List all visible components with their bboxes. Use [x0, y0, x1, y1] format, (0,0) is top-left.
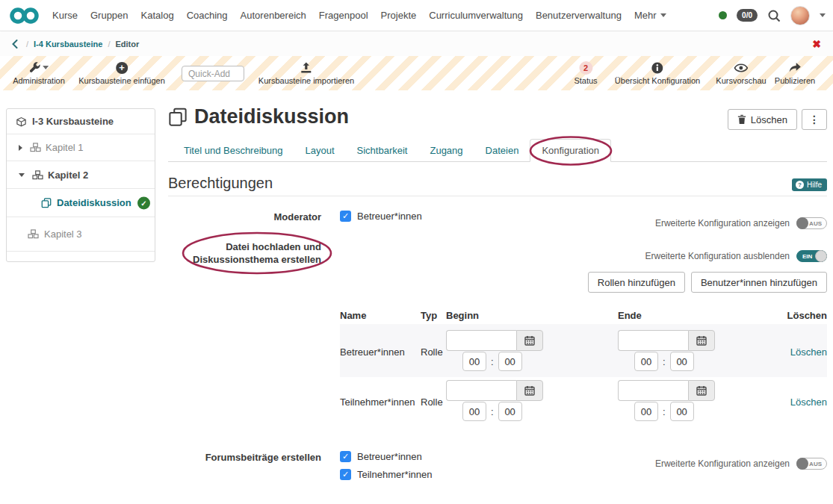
row2-end-date-group	[618, 380, 715, 401]
nav-curriculumverwaltung[interactable]: Curriculumverwaltung	[429, 10, 523, 21]
main-menu: Kurse Gruppen Katalog Coaching Autorenbe…	[52, 10, 666, 21]
row2-begin-date-input[interactable]	[446, 380, 516, 401]
trash-icon	[737, 114, 746, 125]
tab-titel-und-beschreibung[interactable]: Titel und Beschreibung	[173, 140, 294, 161]
cube-icon	[16, 116, 27, 127]
toggle-off[interactable]: AUS	[796, 217, 827, 229]
calendar-icon[interactable]	[688, 330, 715, 351]
checkbox-checked-icon[interactable]: ✓	[340, 211, 351, 222]
row2-end-date-input[interactable]	[618, 380, 688, 401]
checkbox-label: Teilnehmer*innen	[357, 469, 432, 480]
toggle-on[interactable]: EIN	[796, 250, 827, 262]
tree-root-kursbausteine[interactable]: I-3 Kursbausteine	[7, 109, 155, 134]
search-icon[interactable]	[767, 9, 781, 22]
insert-course-element-button[interactable]: + Kursbausteine einfügen	[78, 61, 165, 85]
nav-coaching[interactable]: Coaching	[187, 10, 228, 21]
row2-begin-minute-input[interactable]	[498, 402, 522, 421]
caret-down-icon[interactable]	[19, 173, 25, 177]
delete-element-button[interactable]: Löschen	[728, 109, 797, 130]
row2-type: Rolle	[421, 396, 443, 408]
nav-fragenpool[interactable]: Fragenpool	[319, 10, 368, 21]
tree-item-kapitel2[interactable]: Kapitel 2	[7, 161, 155, 189]
row1-name: Betreuer*innen	[340, 346, 405, 358]
caret-right-icon[interactable]	[19, 145, 22, 151]
tab-dateien[interactable]: Dateien	[474, 140, 530, 161]
insert-label: Kursbausteine einfügen	[78, 76, 165, 85]
help-button[interactable]: ? Hilfe	[792, 178, 827, 191]
breadcrumb-editor[interactable]: Editor	[115, 40, 139, 49]
calendar-icon[interactable]	[688, 380, 715, 401]
tree-item-kapitel3[interactable]: Kapitel 3	[7, 217, 155, 252]
nav-gruppen[interactable]: Gruppen	[90, 10, 128, 21]
time-separator: :	[491, 356, 494, 367]
time-separator: :	[663, 356, 666, 367]
row1-begin-minute-input[interactable]	[498, 352, 522, 371]
section-title: Berechtigungen	[168, 175, 273, 192]
breadcrumb: / I-4 Kursbausteine / Editor ✖	[0, 31, 833, 56]
editor-toolbar: Administration + Kursbausteine einfügen …	[0, 56, 833, 90]
row1-end-hour-input[interactable]	[634, 352, 658, 371]
course-element-tree: I-3 Kursbausteine Kapitel 1 Kapitel 2 Da…	[6, 108, 155, 262]
nav-katalog[interactable]: Katalog	[141, 10, 174, 21]
table-row	[340, 324, 827, 377]
back-chevron-icon[interactable]	[12, 40, 18, 49]
moderator-betreuer-checkbox-row: ✓ Betreuer*innen	[340, 211, 422, 222]
add-buttons-row: Rollen hinzufügen Benutzer*innen hinzufü…	[588, 272, 827, 293]
overview-configuration-button[interactable]: Übersicht Konfiguration	[615, 61, 700, 85]
nav-kurse[interactable]: Kurse	[52, 10, 78, 21]
row2-end-minute-input[interactable]	[670, 402, 694, 421]
checkbox-checked-icon[interactable]: ✓	[340, 469, 351, 480]
forum-betreuer-checkbox-row: ✓ Betreuer*innen	[340, 451, 422, 462]
row2-delete-link[interactable]: Löschen	[790, 396, 827, 408]
openolat-logo-icon[interactable]	[9, 6, 40, 25]
calendar-icon[interactable]	[516, 330, 543, 351]
more-actions-kebab-button[interactable]: ⋮	[802, 109, 827, 130]
nav-autorenbereich[interactable]: Autorenbereich	[241, 10, 306, 21]
user-avatar[interactable]	[790, 6, 810, 25]
nav-mehr-dropdown[interactable]: Mehr	[634, 10, 666, 21]
forum-teilnehmer-checkbox-row: ✓ Teilnehmer*innen	[340, 469, 432, 480]
file-discussion-icon	[168, 108, 188, 127]
close-icon[interactable]: ✖	[812, 39, 821, 49]
status-button[interactable]: 2 Status	[574, 61, 597, 85]
breadcrumb-course-link[interactable]: I-4 Kursbausteine	[34, 40, 102, 49]
advanced-config-show-label: Erweiterte Konfiguration anzeigen	[655, 218, 790, 228]
col-header-beginn: Beginn	[446, 310, 479, 321]
user-menu-chevron-icon[interactable]	[820, 13, 826, 17]
col-header-ende: Ende	[618, 310, 642, 321]
tab-label: Konfiguration	[542, 145, 599, 156]
advanced-config-show-label: Erweiterte Konfiguration anzeigen	[655, 458, 790, 469]
assessment-counter-badge[interactable]: 0/0	[737, 9, 758, 22]
row2-end-hour-input[interactable]	[634, 402, 658, 421]
tab-sichtbarkeit[interactable]: Sichtbarkeit	[346, 140, 419, 161]
info-icon	[651, 62, 663, 74]
tree-item-dateidiskussion-selected[interactable]: Dateidiskussion ✓	[7, 189, 155, 217]
nav-projekte[interactable]: Projekte	[381, 10, 417, 21]
toggle-off[interactable]: AUS	[796, 458, 827, 470]
quick-add-input[interactable]	[182, 66, 244, 81]
add-roles-button[interactable]: Rollen hinzufügen	[588, 272, 685, 293]
row1-end-minute-input[interactable]	[670, 352, 694, 371]
row1-delete-link[interactable]: Löschen	[790, 346, 827, 358]
tab-layout[interactable]: Layout	[294, 140, 346, 161]
time-separator: :	[491, 406, 494, 417]
course-preview-button[interactable]: Kursvorschau	[716, 61, 766, 85]
col-header-name: Name	[340, 310, 366, 321]
tree-item-kapitel1[interactable]: Kapitel 1	[7, 134, 155, 161]
checkbox-checked-icon[interactable]: ✓	[340, 451, 351, 462]
add-users-button[interactable]: Benutzer*innen hinzufügen	[691, 272, 827, 293]
tab-zugang[interactable]: Zugang	[418, 140, 474, 161]
row1-begin-hour-input[interactable]	[462, 352, 486, 371]
row2-begin-hour-input[interactable]	[462, 402, 486, 421]
time-separator: :	[663, 406, 666, 417]
row1-end-date-input[interactable]	[618, 330, 688, 351]
tab-konfiguration-active[interactable]: Konfiguration	[530, 139, 611, 162]
nav-benutzerverwaltung[interactable]: Benutzerverwaltung	[536, 10, 622, 21]
upload-discussion-label: Datei hochladen und Diskussionsthema ers…	[193, 240, 321, 266]
row1-begin-date-input[interactable]	[446, 330, 516, 351]
publish-button[interactable]: Publizieren	[775, 61, 815, 85]
administration-menu[interactable]: Administration	[13, 61, 65, 85]
calendar-icon[interactable]	[516, 380, 543, 401]
import-course-elements-button[interactable]: Kursbausteine importieren	[258, 61, 354, 85]
breadcrumb-separator: /	[108, 40, 110, 49]
